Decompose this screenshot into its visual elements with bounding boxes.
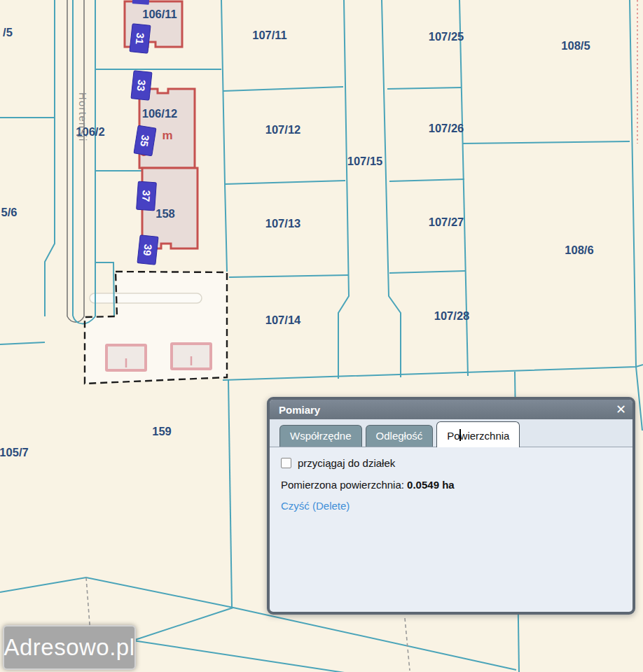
parcel-label: 108/5 (561, 39, 590, 52)
parcel-label: 107/28 (434, 309, 469, 322)
parcel-label: 158 (155, 207, 175, 220)
parcel-label: 105/7 (0, 446, 29, 458)
map-application: /5106/11107/11107/25108/5106/2106/12107/… (0, 0, 643, 672)
snap-checkbox[interactable] (281, 458, 291, 468)
parcel-label: 159 (152, 425, 172, 438)
address-badge: 37 (137, 181, 157, 211)
result-value: 0.0549 ha (407, 479, 455, 491)
adresowo-watermark: Adresowo.pl (3, 625, 136, 670)
address-badge: 39 (137, 235, 158, 265)
watermark-text: Adresowo.pl (4, 634, 134, 661)
parcel-label: 107/14 (265, 314, 301, 326)
parcel-label: 107/12 (265, 123, 300, 136)
text-caret (459, 429, 461, 441)
parcel-label: /5 (3, 26, 13, 38)
clear-link[interactable]: Czyść (Delete) (281, 500, 350, 512)
parcel-label: 108/6 (565, 244, 593, 256)
parcel-label: 106/11 (142, 8, 177, 20)
address-badge: 35 (134, 125, 156, 156)
parcel-label: 107/11 (252, 29, 287, 41)
parcel-label: 107/13 (265, 217, 300, 230)
parcel-label: 106/12 (142, 107, 177, 120)
driveway-strip (90, 293, 202, 303)
panel-header[interactable]: Pomiary ✕ (270, 400, 632, 419)
address-badge-number: 37 (140, 190, 153, 202)
parcel-label: 107/26 (429, 122, 464, 134)
parcel-label: 107/27 (429, 216, 464, 228)
address-badge-number: 35 (138, 134, 151, 147)
tab-odleglosc[interactable]: Odległość (366, 425, 434, 447)
result-label: Pomierzona powierzchnia: (281, 479, 404, 491)
address-badge-number: 33 (135, 79, 148, 92)
measured-area-result: Pomierzona powierzchnia: 0.0549 ha (281, 479, 621, 491)
address-badge-number: 31 (134, 32, 147, 45)
close-icon[interactable]: ✕ (616, 403, 626, 416)
street-name-label: Hortensji (77, 92, 88, 142)
snap-checkbox-row[interactable]: przyciągaj do działek (281, 457, 621, 469)
parcel-label: 107/15 (347, 155, 382, 167)
address-badge-number: 39 (141, 244, 155, 256)
address-badge: 31 (130, 24, 151, 53)
tab-wspolrzedne[interactable]: Współrzędne (279, 425, 362, 447)
building-mark: m (162, 129, 172, 142)
panel-title: Pomiary (279, 404, 320, 416)
measurements-panel: Pomiary ✕ Współrzędne Odległość Powierzc… (267, 397, 635, 615)
parcel-label: 107/25 (429, 30, 464, 43)
snap-checkbox-label: przyciągaj do działek (298, 457, 395, 469)
parcel-label: 5/6 (1, 206, 18, 218)
panel-body: przyciągaj do działek Pomierzona powierz… (270, 447, 632, 522)
tab-strip: Współrzędne Odległość Powierzchnia (270, 419, 632, 447)
tab-powierzchnia[interactable]: Powierzchnia (436, 421, 520, 447)
address-badge: 33 (131, 71, 152, 100)
tab-powierzchnia-label: Powierzchnia (447, 430, 509, 442)
